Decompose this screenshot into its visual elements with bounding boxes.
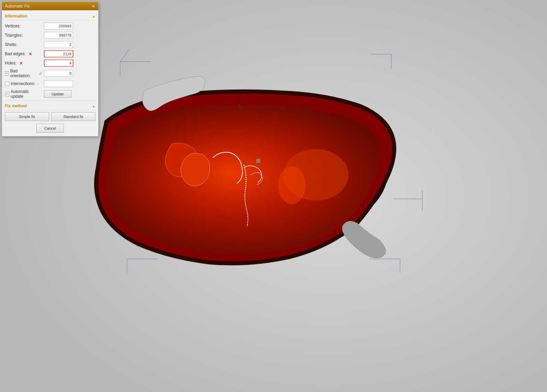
information-chevron: ▲: [92, 14, 95, 18]
fix-method-header[interactable]: Fix method ▲: [5, 102, 95, 110]
shells-row: Shells:: [5, 41, 95, 48]
shells-label: Shells:: [5, 42, 43, 47]
update-btn-container: Update: [44, 90, 95, 98]
holes-error-icon: ✕: [19, 61, 23, 66]
cancel-button[interactable]: Cancel: [36, 124, 64, 133]
information-section-header[interactable]: Information ▲: [5, 12, 95, 20]
dialog-title: Automatic Fix: [5, 4, 30, 9]
bad-edges-value: [44, 50, 95, 57]
intersections-input[interactable]: [44, 80, 73, 87]
holes-label: Holes: ✕: [5, 61, 43, 66]
shells-input[interactable]: [44, 41, 73, 48]
vertices-input[interactable]: [44, 23, 73, 29]
automatic-update-checkbox[interactable]: ✓: [5, 92, 9, 96]
bad-orientation-row: ✓ Bad orientation: ✓: [5, 69, 95, 78]
intersections-checkbox[interactable]: [5, 82, 9, 86]
separator: [5, 100, 95, 101]
information-label: Information: [5, 14, 27, 19]
holes-value: [44, 60, 95, 67]
vertices-value: [44, 23, 95, 29]
bad-edges-row: Bad edges: ✕: [5, 50, 95, 58]
close-button[interactable]: ×: [91, 4, 95, 9]
vertices-label: Vertices:: [5, 24, 43, 28]
fix-method-section: Fix method ▲ Simple fix Standard fix: [5, 102, 95, 121]
shells-value: [44, 41, 95, 48]
automatic-update-label: ✓ Automatic update: [5, 89, 43, 99]
holes-row: Holes: ✕: [5, 59, 95, 67]
bad-orientation-input[interactable]: [44, 70, 73, 77]
bad-edges-input[interactable]: [44, 50, 73, 57]
triangles-row: Triangles:: [5, 32, 95, 39]
automatic-update-row: ✓ Automatic update Update: [5, 89, 95, 99]
fix-method-chevron: ▲: [92, 104, 95, 108]
dialog-body: Information ▲ Vertices: Triangles: Shell…: [2, 10, 98, 136]
bad-edges-error-icon: ✕: [29, 51, 32, 57]
dialog-titlebar[interactable]: Automatic Fix ×: [2, 2, 98, 10]
simple-fix-button[interactable]: Simple fix: [5, 112, 49, 121]
bad-orientation-label: ✓ Bad orientation: ✓: [5, 69, 43, 78]
triangles-input[interactable]: [44, 32, 73, 39]
holes-input[interactable]: [44, 60, 73, 67]
update-button[interactable]: Update: [44, 90, 71, 98]
triangles-label: Triangles:: [5, 33, 43, 38]
automatic-fix-dialog: Automatic Fix × Information ▲ Vertices: …: [2, 2, 99, 136]
triangles-value: [44, 32, 95, 39]
intersections-label: Intersections: -: [5, 81, 43, 86]
fix-method-buttons: Simple fix Standard fix: [5, 112, 95, 121]
svg-point-15: [283, 149, 349, 201]
vertices-row: Vertices:: [5, 22, 95, 30]
intersections-row: Intersections: -: [5, 80, 95, 87]
svg-point-14: [115, 102, 394, 262]
bad-orientation-checkbox[interactable]: ✓: [5, 71, 9, 76]
fix-method-label: Fix method: [5, 104, 27, 108]
intersections-dash: -: [38, 81, 39, 86]
svg-point-16: [278, 166, 306, 204]
bad-orientation-value: [44, 70, 95, 77]
bad-edges-label: Bad edges: ✕: [5, 51, 43, 57]
svg-rect-17: [256, 159, 260, 163]
svg-line-3: [120, 50, 129, 62]
intersections-value: [44, 80, 95, 87]
bad-orientation-ok-icon: ✓: [39, 71, 43, 76]
standard-fix-button[interactable]: Standard fix: [51, 112, 95, 121]
